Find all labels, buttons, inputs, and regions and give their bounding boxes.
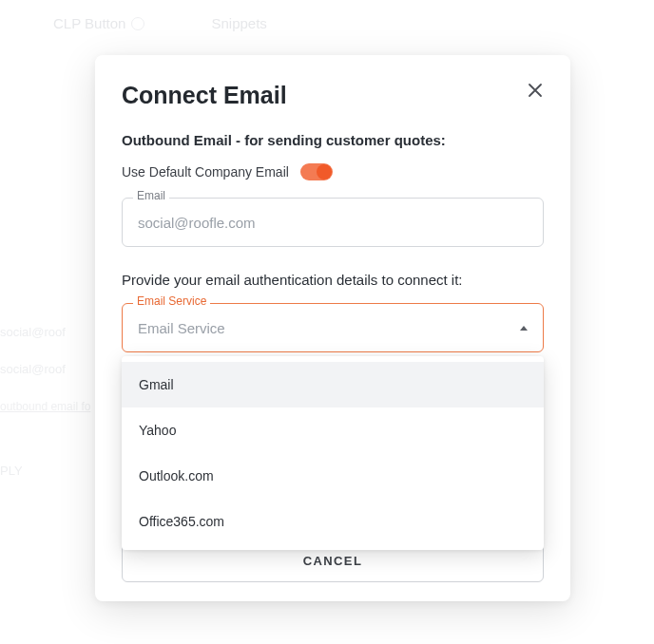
close-icon[interactable] <box>527 82 544 99</box>
connect-email-modal: Connect Email Outbound Email - for sendi… <box>95 55 570 601</box>
section-heading: Outbound Email - for sending customer qu… <box>122 132 544 148</box>
chevron-up-icon <box>520 326 528 331</box>
email-input[interactable] <box>122 198 544 247</box>
dropdown-option-gmail[interactable]: Gmail <box>122 362 544 407</box>
email-service-dropdown: Gmail Yahoo Outlook.com Office365.com <box>122 356 544 550</box>
dropdown-option-outlook[interactable]: Outlook.com <box>122 453 544 499</box>
dropdown-option-yahoo[interactable]: Yahoo <box>122 407 544 453</box>
cancel-label: CANCEL <box>303 554 363 568</box>
toggle-label: Use Default Company Email <box>122 164 289 180</box>
service-placeholder: Email Service <box>138 320 225 336</box>
default-email-toggle-row: Use Default Company Email <box>122 163 544 180</box>
modal-title: Connect Email <box>122 82 287 109</box>
service-field-label: Email Service <box>133 294 210 308</box>
dropdown-option-office365[interactable]: Office365.com <box>122 499 544 544</box>
email-field-wrap: Email <box>122 198 544 247</box>
email-service-select[interactable]: Email Service <box>122 303 544 352</box>
email-field-label: Email <box>133 189 169 202</box>
email-service-select-wrap: Email Service Email Service Gmail Yahoo … <box>122 303 544 352</box>
modal-header: Connect Email <box>122 82 544 109</box>
auth-instruction: Provide your email authentication detail… <box>122 272 544 288</box>
default-email-toggle[interactable] <box>300 163 333 180</box>
toggle-knob <box>317 164 332 180</box>
